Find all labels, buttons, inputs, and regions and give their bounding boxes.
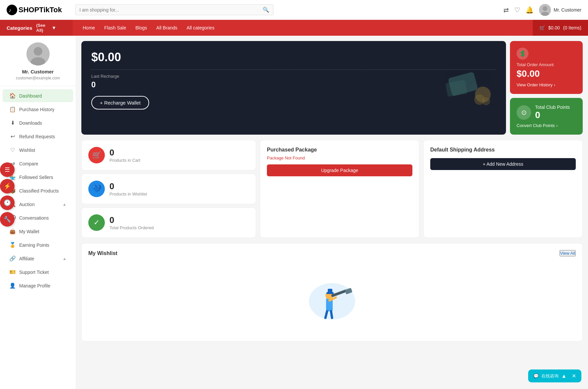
purchase-history-label: Purchase History (19, 107, 66, 112)
svg-point-6 (34, 47, 42, 56)
classified-label: Classified Products (19, 188, 66, 194)
club-points-value: 0 (535, 110, 570, 120)
svg-point-11 (482, 97, 490, 105)
convert-club-points-button[interactable]: Convert Club Points › (517, 123, 558, 128)
nav-blogs[interactable]: Blogs (136, 25, 147, 30)
nav-flash-sale[interactable]: Flash Sale (104, 25, 126, 30)
view-all-wishlist-button[interactable]: View All (560, 250, 576, 256)
ordered-stat-icon: ✓ (88, 214, 105, 231)
chat-widget[interactable]: 💬 在线咨询 ▲ ✕ (528, 369, 581, 382)
club-points-title: Total Club Points (535, 105, 570, 110)
refund-label: Refund Requests (19, 134, 66, 139)
upgrade-package-button[interactable]: Upgrade Package (267, 164, 412, 176)
cart-total: $0.00 (548, 25, 560, 30)
earning-points-icon: 🏅 (9, 242, 16, 248)
sidebar-item-wishlist[interactable]: ♡ Wishlist (3, 144, 73, 156)
stat-card-ordered: ✓ 0 Total Products Ordered (81, 207, 256, 238)
package-title: Purchased Package (267, 147, 412, 153)
sidebar-item-manage-profile[interactable]: 👤 Manage Profile (3, 279, 73, 292)
floating-sidebar: ☰ ⚡ 🕐 🔧 (0, 162, 15, 227)
nav-home[interactable]: Home (83, 25, 95, 30)
wishlist-menu-label: Wishlist (19, 148, 66, 153)
search-bar[interactable]: 🔍 (75, 4, 273, 15)
conversations-label: Conversations (19, 215, 66, 221)
affiliate-label: Affiliate (19, 256, 59, 261)
stat-card-cart: 🛒 0 Products in Cart (81, 140, 256, 170)
downloads-icon: ⬇ (9, 120, 16, 126)
float-clock-icon[interactable]: 🕐 (0, 195, 15, 210)
nav-all-categories[interactable]: All categories (187, 25, 214, 30)
search-input[interactable] (79, 7, 263, 13)
wallet-last-recharge-label: Last Recharge (91, 74, 496, 79)
earning-points-label: Earning Points (19, 242, 66, 248)
svg-rect-12 (445, 80, 467, 97)
compare-menu-label: Compare (19, 161, 66, 166)
auction-chevron-icon: ▲ (63, 202, 66, 207)
sidebar-item-support-ticket[interactable]: 🎫 Support Ticket (3, 266, 73, 279)
view-order-history-label: View Order History (517, 82, 553, 87)
top-section: $0.00 Last Recharge 0 + Recharge Wallet (81, 41, 583, 135)
sidebar-item-my-wallet[interactable]: 👜 My Wallet (3, 225, 73, 238)
notification-icon[interactable]: 🔔 (525, 6, 534, 14)
header: ♪ SHOPTikTok 🔍 ⇄ ♡ 🔔 Mr. Customer (0, 0, 588, 20)
wishlist-empty-state (88, 262, 576, 334)
chat-expand-button[interactable]: ▲ (561, 373, 567, 379)
stats-row: 🛒 0 Products in Cart 💙 0 Products in Wis… (81, 140, 583, 238)
cart-stat-icon: 🛒 (88, 147, 105, 163)
sidebar-item-purchase-history[interactable]: 📋 Purchase History (3, 103, 73, 116)
sidebar-item-dashboard[interactable]: 🏠 Dashboard (3, 89, 73, 102)
sidebar-item-downloads[interactable]: ⬇ Downloads (3, 116, 73, 129)
dashboard-label: Dashboard (19, 93, 66, 99)
dashboard-icon: 🏠 (9, 93, 16, 99)
compare-icon[interactable]: ⇄ (503, 6, 509, 14)
see-all-label: (See All) (36, 23, 50, 33)
search-icon[interactable]: 🔍 (263, 7, 269, 13)
profile-email: customer@example.com (16, 76, 60, 80)
view-order-history-chevron-icon: › (554, 82, 555, 87)
package-card: Purchased Package Package Not Found Upgr… (260, 140, 419, 238)
nav-all-brands[interactable]: All Brands (156, 25, 178, 30)
svg-rect-22 (328, 289, 332, 293)
wallet-menu-label: My Wallet (19, 229, 66, 234)
float-flash-icon[interactable]: ⚡ (0, 179, 15, 194)
club-points-icon: ⊙ (517, 105, 531, 120)
view-order-history-button[interactable]: View Order History › (517, 82, 555, 87)
svg-text:♪: ♪ (9, 7, 11, 13)
sidebar-item-earning-points[interactable]: 🏅 Earning Points (3, 238, 73, 251)
navbar: Categories (See All) ▾ Home Flash Sale B… (0, 20, 588, 36)
svg-point-3 (543, 6, 547, 11)
wishlist-icon[interactable]: ♡ (514, 6, 520, 14)
user-name-header: Mr. Customer (554, 7, 581, 13)
header-icons: ⇄ ♡ 🔔 Mr. Customer (503, 4, 581, 16)
cart-items: (0 Items) (563, 25, 581, 30)
wallet-decoration (443, 41, 496, 135)
refund-icon: ↩ (9, 133, 16, 140)
club-card-top: ⊙ Total Club Points 0 (517, 105, 576, 120)
main-layout: Mr. Customer customer@example.com 🏠 Dash… (0, 36, 588, 389)
cart-icon: 🛒 (539, 25, 545, 30)
float-menu-icon[interactable]: ☰ (0, 162, 15, 177)
wallet-last-recharge-amount: 0 (91, 80, 496, 89)
address-title: Default Shipping Address (430, 147, 576, 153)
stats-column: 🛒 0 Products in Cart 💙 0 Products in Wis… (81, 140, 256, 238)
order-card-icon: 💲 (517, 48, 528, 60)
categories-label: Categories (7, 25, 32, 31)
right-panel: 💲 Total Order Amount $0.00 View Order Hi… (510, 41, 583, 135)
wallet-card: $0.00 Last Recharge 0 + Recharge Wallet (81, 41, 506, 135)
sidebar-item-affiliate[interactable]: 🔗 Affiliate ▲ (3, 252, 73, 265)
user-info[interactable]: Mr. Customer (539, 4, 581, 16)
address-card: Default Shipping Address + Add New Addre… (423, 140, 583, 238)
chat-close-button[interactable]: ✕ (569, 373, 576, 379)
categories-button[interactable]: Categories (See All) ▾ (0, 20, 73, 36)
add-address-button[interactable]: + Add New Address (430, 158, 576, 170)
recharge-wallet-button[interactable]: + Recharge Wallet (91, 96, 149, 109)
cart-stat-label: Products in Cart (109, 158, 140, 163)
wishlist-section: My Wishlist View All (81, 243, 583, 341)
float-tool-icon[interactable]: 🔧 (0, 212, 15, 227)
categories-chevron-icon: ▾ (53, 25, 66, 31)
logo[interactable]: ♪ SHOPTikTok (7, 5, 62, 15)
cart-stat-number: 0 (109, 148, 140, 158)
manage-profile-icon: 👤 (9, 282, 16, 289)
sidebar-item-refund-requests[interactable]: ↩ Refund Requests (3, 130, 73, 143)
cart-button[interactable]: 🛒 $0.00 (0 Items) (533, 20, 588, 36)
